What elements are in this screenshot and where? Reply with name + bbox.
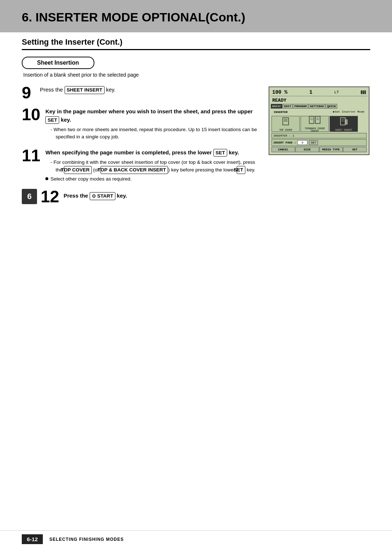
step-10-number: 10 [22, 106, 40, 123]
top-cover-icon [281, 117, 291, 128]
sheet-insert-icon [339, 117, 349, 128]
step-10-text-bold: Key in the page number where you wish to… [45, 108, 253, 114]
page-header: 6. INSERTER MODE OPTIONAL(Cont.) [0, 0, 392, 32]
lcd-inserter-num-row: INSERTER : 1 [271, 133, 367, 138]
step-12-content: Press the ⊙ START key. [64, 190, 258, 202]
svg-rect-4 [309, 116, 314, 123]
lcd-insert-page-row: INSERT PAGE : 0 SET [271, 139, 367, 146]
top-back-cover-key-ref: TOP & BACK COVER INSERT [101, 166, 168, 174]
svg-rect-10 [340, 118, 345, 125]
lcd-icons-row: TOP COVER TOP&BACK COVER INSERT [271, 116, 367, 132]
step-11-set-key[interactable]: SET [213, 149, 227, 157]
step-12-text-after: key. [117, 193, 127, 199]
step-11-bullet-1: For combining it with the cover sheet in… [50, 159, 258, 174]
step-10-set-key[interactable]: SET [45, 116, 59, 124]
lcd-icon-top-cover-label: TOP COVER [279, 129, 292, 131]
step-11-text-after: key. [229, 149, 239, 155]
lcd-bars [361, 90, 366, 94]
step-10-content: Key in the page number where you wish to… [45, 106, 258, 142]
step-9-text-before: Press the [40, 86, 65, 93]
insertion-description: Insertion of a blank sheet prior to the … [23, 72, 370, 78]
lcd-inserter-label: INSERTER [272, 110, 289, 114]
step-12-wrapper: 6 12 Press the ⊙ START key. [22, 187, 258, 206]
lcd-icon-top-cover[interactable]: TOP COVER [271, 116, 300, 132]
step-12-text-before: Press the [64, 193, 90, 199]
page-title: 6. INSERTER MODE OPTIONAL(Cont.) [22, 10, 370, 24]
lcd-menu-edit[interactable]: EDIT [283, 104, 293, 109]
step-10: 10 Key in the page number where you wish… [22, 106, 258, 142]
lcd-bottom-set-btn[interactable]: SET [343, 147, 367, 152]
lcd-bar-2 [363, 90, 364, 94]
bullet-circle-icon [45, 177, 48, 180]
select-other-label: Select other copy modes as required. [50, 176, 132, 182]
step-11-text-bold: When specifying the page number is compl… [45, 149, 213, 155]
step-10-bullets: When two or more sheets are inserted, re… [50, 126, 258, 141]
lcd-insert-page-value: 0 [297, 140, 307, 145]
lcd-ready: READY [271, 97, 367, 104]
lcd-num: 1 [309, 89, 312, 95]
step-11-number: 11 [22, 147, 40, 164]
lcd-inserter-num: INSERTER : 1 [273, 134, 294, 137]
lcd-menu-basic[interactable]: BASIC [271, 104, 282, 109]
lcd-icon-sheet-insert-label: SHEET INSERT [335, 129, 352, 131]
footer-page-num: 6-12 [22, 534, 43, 544]
step-12-number: 12 [41, 187, 59, 206]
sheet-insertion-label: Sheet Insertion [22, 57, 94, 69]
step-11: 11 When specifying the page number is co… [22, 147, 258, 182]
lcd-menu-quick[interactable]: QUICK [326, 104, 337, 109]
page-footer: 6-12 SELECTING FINISHING MODES [0, 530, 392, 544]
lcd-bar-1 [361, 90, 362, 94]
step-11-content: When specifying the page number is compl… [45, 147, 258, 182]
lcd-media-type-btn[interactable]: MEDIA TYPE [319, 147, 343, 152]
right-column: 100 % 1 LT READY BASIC EDIT PROGRAM SETT… [269, 84, 370, 214]
lcd-inserter-row: INSERTER ▶Set Inserter Mode [271, 109, 367, 115]
main-content: 9 Press the SHEET INSERT key. 10 Key in … [0, 84, 392, 214]
section-title: Setting the Inserter (Cont.) [22, 37, 370, 50]
step-11-bullets: For combining it with the cover sheet in… [50, 159, 258, 174]
select-other-text: Select other copy modes as required. [45, 176, 258, 182]
lcd-cancel-btn[interactable]: CANCEL [271, 147, 295, 152]
footer-text: SELECTING FINISHING MODES [49, 537, 124, 542]
set-key-ref: SET [237, 166, 245, 174]
step-9: 9 Press the SHEET INSERT key. [22, 84, 258, 101]
lcd-bottom-row: CANCEL SIZE MEDIA TYPE SET [271, 147, 367, 152]
lcd-insert-page-label: INSERT PAGE : [273, 141, 296, 144]
step-10-bullet-1: When two or more sheets are inserted, re… [50, 126, 258, 141]
lcd-mode-label: ▶Set Inserter Mode [332, 110, 366, 114]
lcd-lt: LT [334, 90, 339, 94]
lcd-set-button[interactable]: SET [309, 140, 318, 145]
lcd-size-btn[interactable]: SIZE [295, 147, 319, 152]
start-key[interactable]: ⊙ START [90, 192, 115, 200]
step-9-content: Press the SHEET INSERT key. [40, 84, 258, 96]
left-column: 9 Press the SHEET INSERT key. 10 Key in … [22, 84, 258, 214]
lcd-top-bar: 100 % 1 LT [271, 89, 367, 96]
lcd-menu-settings[interactable]: SETTINGS [309, 104, 325, 109]
top-back-cover-icon [309, 115, 321, 127]
lcd-icon-top-back-cover[interactable]: TOP&BACK COVER INSERT [301, 116, 329, 132]
step-10-text-after: key. [61, 117, 71, 123]
lcd-icon-top-back-label: TOP&BACK COVER INSERT [302, 127, 328, 133]
lcd-menu-row: BASIC EDIT PROGRAM SETTINGS QUICK [271, 104, 367, 109]
lcd-percent: 100 % [272, 89, 287, 95]
sheet-insert-key[interactable]: SHEET INSERT [65, 86, 105, 94]
step-9-text-after: key. [106, 86, 115, 93]
lcd-screen: 100 % 1 LT READY BASIC EDIT PROGRAM SETT… [269, 86, 369, 155]
svg-rect-5 [315, 116, 320, 123]
top-cover-key-ref: TOP COVER [64, 166, 92, 174]
lcd-menu-program[interactable]: PROGRAM [293, 104, 308, 109]
step-9-number: 9 [22, 84, 35, 101]
start-symbol: ⊙ [92, 193, 96, 199]
section-header: Setting the Inserter (Cont.) Sheet Inser… [0, 32, 392, 78]
step-12-dark-box: 6 [22, 189, 37, 204]
lcd-bar-3 [364, 90, 366, 94]
lcd-icon-sheet-insert[interactable]: SHEET INSERT [330, 116, 358, 132]
